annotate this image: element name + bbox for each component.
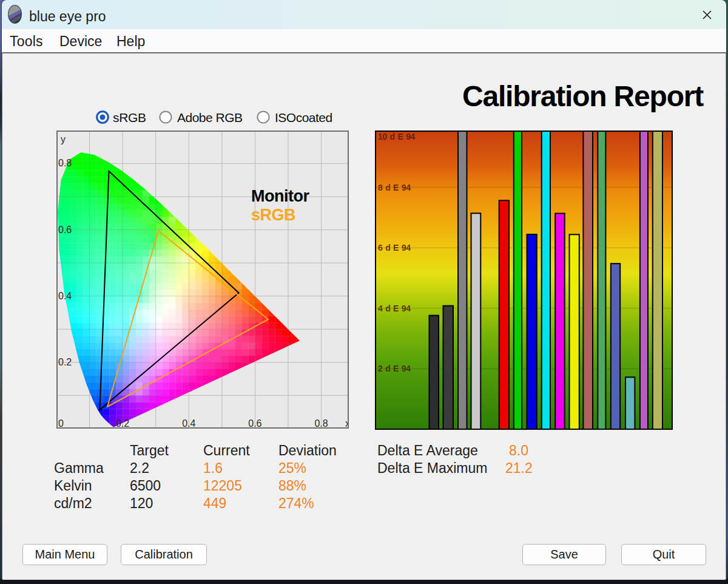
- svg-text:0: 0: [58, 418, 64, 429]
- svg-text:y: y: [61, 134, 66, 144]
- svg-text:0.8: 0.8: [58, 158, 72, 168]
- svg-text:10 d E 94: 10 d E 94: [378, 132, 415, 141]
- svg-text:8 d E 94: 8 d E 94: [378, 183, 411, 192]
- svg-text:4 d E 94: 4 d E 94: [378, 304, 411, 313]
- svg-text:0.4: 0.4: [182, 418, 195, 429]
- svg-text:6 d E 94: 6 d E 94: [378, 243, 411, 253]
- svg-text:0.4: 0.4: [58, 291, 72, 301]
- svg-text:0.6: 0.6: [248, 418, 261, 429]
- svg-text:0.6: 0.6: [58, 225, 72, 235]
- svg-text:2 d E 94: 2 d E 94: [378, 364, 411, 373]
- svg-text:0.2: 0.2: [58, 357, 72, 367]
- svg-text:0.2: 0.2: [116, 418, 129, 429]
- svg-text:0.8: 0.8: [314, 418, 328, 429]
